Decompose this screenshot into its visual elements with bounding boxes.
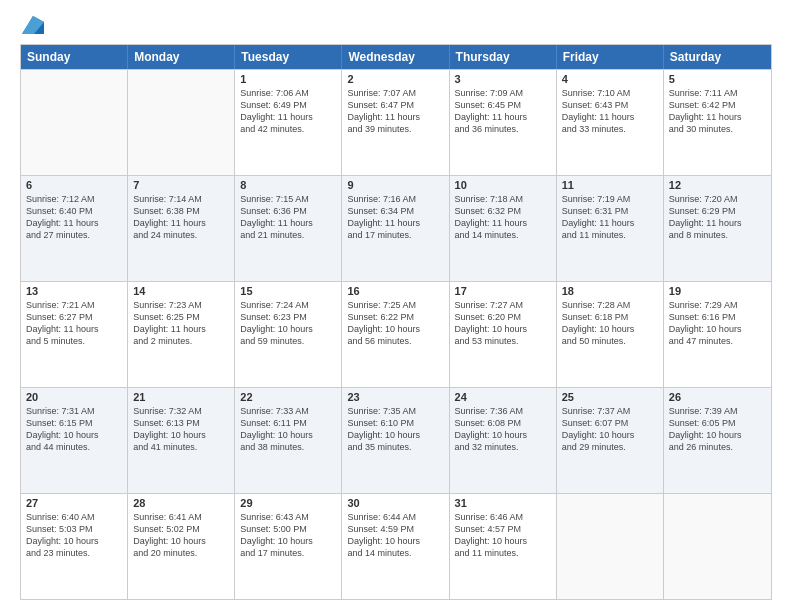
cell-details: Sunrise: 7:29 AMSunset: 6:16 PMDaylight:… xyxy=(669,299,766,348)
calendar-cell-28: 28Sunrise: 6:41 AMSunset: 5:02 PMDayligh… xyxy=(128,494,235,599)
cell-details: Sunrise: 7:23 AMSunset: 6:25 PMDaylight:… xyxy=(133,299,229,348)
cell-details: Sunrise: 7:28 AMSunset: 6:18 PMDaylight:… xyxy=(562,299,658,348)
cell-details: Sunrise: 6:44 AMSunset: 4:59 PMDaylight:… xyxy=(347,511,443,560)
day-number: 30 xyxy=(347,497,443,509)
calendar: SundayMondayTuesdayWednesdayThursdayFrid… xyxy=(20,44,772,600)
day-number: 11 xyxy=(562,179,658,191)
calendar-row-5: 27Sunrise: 6:40 AMSunset: 5:03 PMDayligh… xyxy=(21,493,771,599)
calendar-cell-empty xyxy=(557,494,664,599)
cell-details: Sunrise: 7:12 AMSunset: 6:40 PMDaylight:… xyxy=(26,193,122,242)
calendar-cell-3: 3Sunrise: 7:09 AMSunset: 6:45 PMDaylight… xyxy=(450,70,557,175)
calendar-cell-13: 13Sunrise: 7:21 AMSunset: 6:27 PMDayligh… xyxy=(21,282,128,387)
calendar-cell-empty xyxy=(21,70,128,175)
day-number: 7 xyxy=(133,179,229,191)
day-number: 24 xyxy=(455,391,551,403)
cell-details: Sunrise: 7:14 AMSunset: 6:38 PMDaylight:… xyxy=(133,193,229,242)
day-number: 14 xyxy=(133,285,229,297)
calendar-cell-11: 11Sunrise: 7:19 AMSunset: 6:31 PMDayligh… xyxy=(557,176,664,281)
cell-details: Sunrise: 7:20 AMSunset: 6:29 PMDaylight:… xyxy=(669,193,766,242)
calendar-cell-25: 25Sunrise: 7:37 AMSunset: 6:07 PMDayligh… xyxy=(557,388,664,493)
day-number: 23 xyxy=(347,391,443,403)
calendar-cell-2: 2Sunrise: 7:07 AMSunset: 6:47 PMDaylight… xyxy=(342,70,449,175)
day-number: 5 xyxy=(669,73,766,85)
calendar-body: 1Sunrise: 7:06 AMSunset: 6:49 PMDaylight… xyxy=(21,69,771,599)
calendar-row-3: 13Sunrise: 7:21 AMSunset: 6:27 PMDayligh… xyxy=(21,281,771,387)
cell-details: Sunrise: 7:33 AMSunset: 6:11 PMDaylight:… xyxy=(240,405,336,454)
calendar-row-1: 1Sunrise: 7:06 AMSunset: 6:49 PMDaylight… xyxy=(21,69,771,175)
cell-details: Sunrise: 7:31 AMSunset: 6:15 PMDaylight:… xyxy=(26,405,122,454)
cell-details: Sunrise: 7:09 AMSunset: 6:45 PMDaylight:… xyxy=(455,87,551,136)
calendar-cell-1: 1Sunrise: 7:06 AMSunset: 6:49 PMDaylight… xyxy=(235,70,342,175)
calendar-cell-21: 21Sunrise: 7:32 AMSunset: 6:13 PMDayligh… xyxy=(128,388,235,493)
cell-details: Sunrise: 7:24 AMSunset: 6:23 PMDaylight:… xyxy=(240,299,336,348)
day-number: 21 xyxy=(133,391,229,403)
header-day-tuesday: Tuesday xyxy=(235,45,342,69)
day-number: 20 xyxy=(26,391,122,403)
header-day-thursday: Thursday xyxy=(450,45,557,69)
day-number: 28 xyxy=(133,497,229,509)
calendar-row-2: 6Sunrise: 7:12 AMSunset: 6:40 PMDaylight… xyxy=(21,175,771,281)
calendar-cell-7: 7Sunrise: 7:14 AMSunset: 6:38 PMDaylight… xyxy=(128,176,235,281)
calendar-cell-19: 19Sunrise: 7:29 AMSunset: 6:16 PMDayligh… xyxy=(664,282,771,387)
cell-details: Sunrise: 7:16 AMSunset: 6:34 PMDaylight:… xyxy=(347,193,443,242)
calendar-cell-20: 20Sunrise: 7:31 AMSunset: 6:15 PMDayligh… xyxy=(21,388,128,493)
calendar-cell-31: 31Sunrise: 6:46 AMSunset: 4:57 PMDayligh… xyxy=(450,494,557,599)
day-number: 6 xyxy=(26,179,122,191)
cell-details: Sunrise: 7:36 AMSunset: 6:08 PMDaylight:… xyxy=(455,405,551,454)
cell-details: Sunrise: 7:21 AMSunset: 6:27 PMDaylight:… xyxy=(26,299,122,348)
day-number: 15 xyxy=(240,285,336,297)
calendar-cell-29: 29Sunrise: 6:43 AMSunset: 5:00 PMDayligh… xyxy=(235,494,342,599)
day-number: 1 xyxy=(240,73,336,85)
header-day-wednesday: Wednesday xyxy=(342,45,449,69)
header-day-saturday: Saturday xyxy=(664,45,771,69)
calendar-cell-27: 27Sunrise: 6:40 AMSunset: 5:03 PMDayligh… xyxy=(21,494,128,599)
cell-details: Sunrise: 7:19 AMSunset: 6:31 PMDaylight:… xyxy=(562,193,658,242)
cell-details: Sunrise: 7:07 AMSunset: 6:47 PMDaylight:… xyxy=(347,87,443,136)
cell-details: Sunrise: 7:27 AMSunset: 6:20 PMDaylight:… xyxy=(455,299,551,348)
day-number: 16 xyxy=(347,285,443,297)
calendar-cell-16: 16Sunrise: 7:25 AMSunset: 6:22 PMDayligh… xyxy=(342,282,449,387)
cell-details: Sunrise: 6:46 AMSunset: 4:57 PMDaylight:… xyxy=(455,511,551,560)
calendar-cell-15: 15Sunrise: 7:24 AMSunset: 6:23 PMDayligh… xyxy=(235,282,342,387)
cell-details: Sunrise: 7:06 AMSunset: 6:49 PMDaylight:… xyxy=(240,87,336,136)
day-number: 19 xyxy=(669,285,766,297)
cell-details: Sunrise: 6:41 AMSunset: 5:02 PMDaylight:… xyxy=(133,511,229,560)
calendar-cell-24: 24Sunrise: 7:36 AMSunset: 6:08 PMDayligh… xyxy=(450,388,557,493)
header xyxy=(20,16,772,34)
calendar-cell-23: 23Sunrise: 7:35 AMSunset: 6:10 PMDayligh… xyxy=(342,388,449,493)
page: SundayMondayTuesdayWednesdayThursdayFrid… xyxy=(0,0,792,612)
day-number: 29 xyxy=(240,497,336,509)
day-number: 12 xyxy=(669,179,766,191)
day-number: 17 xyxy=(455,285,551,297)
cell-details: Sunrise: 7:15 AMSunset: 6:36 PMDaylight:… xyxy=(240,193,336,242)
cell-details: Sunrise: 6:43 AMSunset: 5:00 PMDaylight:… xyxy=(240,511,336,560)
day-number: 25 xyxy=(562,391,658,403)
calendar-cell-empty xyxy=(664,494,771,599)
day-number: 8 xyxy=(240,179,336,191)
day-number: 18 xyxy=(562,285,658,297)
calendar-cell-30: 30Sunrise: 6:44 AMSunset: 4:59 PMDayligh… xyxy=(342,494,449,599)
header-day-sunday: Sunday xyxy=(21,45,128,69)
day-number: 9 xyxy=(347,179,443,191)
calendar-cell-10: 10Sunrise: 7:18 AMSunset: 6:32 PMDayligh… xyxy=(450,176,557,281)
day-number: 13 xyxy=(26,285,122,297)
calendar-cell-17: 17Sunrise: 7:27 AMSunset: 6:20 PMDayligh… xyxy=(450,282,557,387)
day-number: 2 xyxy=(347,73,443,85)
calendar-header: SundayMondayTuesdayWednesdayThursdayFrid… xyxy=(21,45,771,69)
cell-details: Sunrise: 7:39 AMSunset: 6:05 PMDaylight:… xyxy=(669,405,766,454)
header-day-monday: Monday xyxy=(128,45,235,69)
calendar-cell-5: 5Sunrise: 7:11 AMSunset: 6:42 PMDaylight… xyxy=(664,70,771,175)
cell-details: Sunrise: 7:37 AMSunset: 6:07 PMDaylight:… xyxy=(562,405,658,454)
day-number: 22 xyxy=(240,391,336,403)
header-day-friday: Friday xyxy=(557,45,664,69)
day-number: 10 xyxy=(455,179,551,191)
calendar-cell-12: 12Sunrise: 7:20 AMSunset: 6:29 PMDayligh… xyxy=(664,176,771,281)
logo-icon xyxy=(22,16,44,34)
calendar-cell-22: 22Sunrise: 7:33 AMSunset: 6:11 PMDayligh… xyxy=(235,388,342,493)
cell-details: Sunrise: 7:25 AMSunset: 6:22 PMDaylight:… xyxy=(347,299,443,348)
calendar-cell-9: 9Sunrise: 7:16 AMSunset: 6:34 PMDaylight… xyxy=(342,176,449,281)
cell-details: Sunrise: 7:32 AMSunset: 6:13 PMDaylight:… xyxy=(133,405,229,454)
day-number: 3 xyxy=(455,73,551,85)
cell-details: Sunrise: 7:18 AMSunset: 6:32 PMDaylight:… xyxy=(455,193,551,242)
cell-details: Sunrise: 7:10 AMSunset: 6:43 PMDaylight:… xyxy=(562,87,658,136)
